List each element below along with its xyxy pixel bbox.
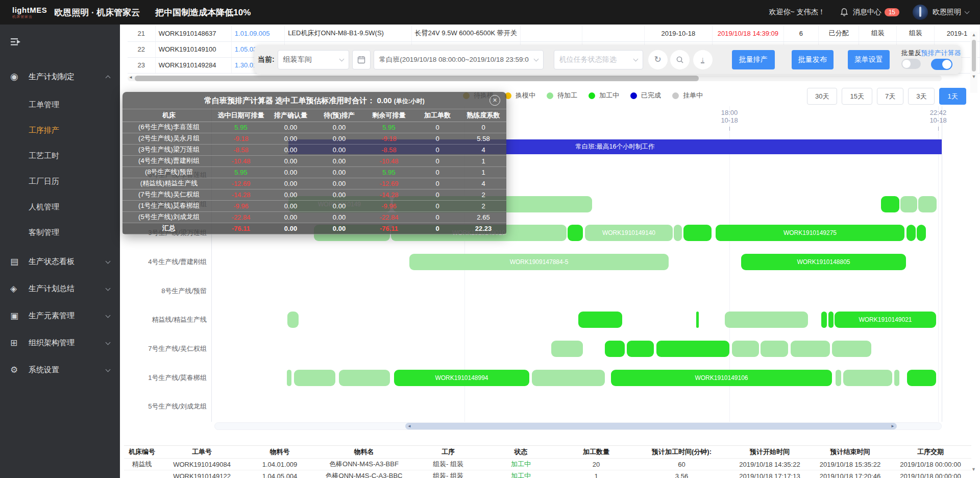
range-button[interactable]: 30天 bbox=[807, 88, 837, 105]
pre-schedule-calculator-toggle[interactable] bbox=[931, 59, 952, 70]
calculator-row[interactable]: (8号生产线)预留5.950.000.005.9501 bbox=[122, 166, 506, 178]
calculator-row[interactable]: 汇总-76.110.000.00-76.11022.23 bbox=[122, 223, 506, 234]
gantt-bar[interactable] bbox=[761, 341, 788, 357]
gantt-bar[interactable] bbox=[821, 312, 827, 328]
gantt-bar[interactable] bbox=[900, 196, 917, 212]
gantt-bar[interactable] bbox=[578, 312, 622, 328]
scroll-up-icon[interactable]: ▲ bbox=[970, 32, 977, 38]
scroll-left-icon[interactable]: ◄ bbox=[129, 75, 133, 80]
table-row[interactable]: WORK19101491221.04.05.004色棒ONN-M4S-C-A3-… bbox=[124, 470, 971, 478]
sidebar-section[interactable]: ▤生产状态看板 bbox=[0, 248, 120, 275]
calculator-row[interactable]: (5号生产线)刘成龙组-22.840.000.00-22.8402.65 bbox=[122, 211, 506, 223]
scroll-down-icon[interactable]: ▼ bbox=[971, 467, 976, 472]
scrollbar-thumb[interactable] bbox=[135, 76, 699, 81]
gantt-bar[interactable] bbox=[287, 370, 291, 386]
scroll-left-icon[interactable]: ◄ bbox=[407, 423, 411, 429]
gantt-bar[interactable]: WORK1910149106 bbox=[611, 370, 832, 386]
batch-publish-button[interactable]: 批量发布 bbox=[792, 50, 834, 69]
workshop-select[interactable]: 组装车间 bbox=[278, 50, 349, 69]
gantt-bar[interactable] bbox=[907, 370, 936, 386]
gantt-bar[interactable] bbox=[287, 312, 299, 328]
table-hscrollbar[interactable]: ◄ bbox=[128, 76, 942, 81]
gantt-bar[interactable]: WORK1910149275 bbox=[716, 225, 904, 241]
search-button[interactable] bbox=[670, 50, 690, 69]
sidebar-item[interactable]: 工厂日历 bbox=[0, 169, 120, 194]
range-button[interactable]: 15天 bbox=[842, 88, 872, 105]
filter-placeholder: 机位任务状态筛选 bbox=[559, 55, 617, 64]
scrollbar-thumb[interactable] bbox=[972, 40, 976, 71]
calculator-row[interactable]: (3号生产线)梁万莲组-8.580.000.00-8.5804 bbox=[122, 144, 506, 155]
calculator-row[interactable]: (6号生产线)李喜莲组5.950.000.005.9500 bbox=[122, 122, 506, 133]
calculator-row[interactable]: (7号生产线)吴仁权组-14.280.000.00-14.2802 bbox=[122, 189, 506, 200]
gantt-bar[interactable] bbox=[627, 341, 654, 357]
company-name[interactable]: 欧恩照明 bbox=[933, 8, 961, 17]
sidebar-collapse-icon[interactable] bbox=[10, 37, 22, 49]
gantt-hscrollbar[interactable]: ◄ ► bbox=[214, 422, 942, 430]
gantt-bar[interactable] bbox=[568, 225, 583, 241]
close-icon[interactable]: × bbox=[489, 95, 500, 106]
sidebar-item[interactable]: 人机管理 bbox=[0, 194, 120, 220]
table-row[interactable]: 21WORK19101486371.01.09.005LED机床灯ONN-M8-… bbox=[128, 26, 980, 41]
batch-reverse-toggle[interactable] bbox=[901, 59, 921, 69]
scroll-right-icon[interactable]: ► bbox=[891, 423, 895, 429]
sidebar-item[interactable]: 工序排产 bbox=[0, 117, 120, 143]
gantt-bar[interactable] bbox=[294, 370, 335, 386]
gantt-bar[interactable] bbox=[532, 370, 605, 386]
gantt-bar[interactable] bbox=[605, 341, 625, 357]
gantt-bar[interactable] bbox=[832, 341, 871, 357]
gantt-bar[interactable]: WORK1910148994 bbox=[394, 370, 529, 386]
scroll-down-icon[interactable]: ▼ bbox=[970, 74, 977, 80]
batch-schedule-button[interactable]: 批量排产 bbox=[732, 50, 775, 69]
calculator-row[interactable]: (4号生产线)曹建刚组-10.480.000.00-10.4801 bbox=[122, 155, 506, 166]
app-logo[interactable]: lightMES 机床管家云 bbox=[12, 6, 47, 18]
gantt-bar[interactable] bbox=[725, 312, 808, 328]
message-center-link[interactable]: 消息中心 bbox=[853, 8, 881, 17]
calculator-row[interactable]: (1号生产线)莫春梆组-9.960.000.00-9.9602 bbox=[122, 200, 506, 211]
calculator-row[interactable]: (2号生产线)吴永月组-9.180.000.00-9.1805.58 bbox=[122, 133, 506, 144]
download-button[interactable]: ↓ bbox=[693, 50, 713, 69]
shift-select[interactable]: 常白班(2019/10/18 08:00:00~2019/10/18 23:59… bbox=[374, 50, 544, 69]
sidebar-section[interactable]: ▣生产元素管理 bbox=[0, 302, 120, 329]
gantt-bar[interactable] bbox=[732, 341, 759, 357]
sidebar-item[interactable]: 工艺工时 bbox=[0, 143, 120, 169]
gantt-bar[interactable] bbox=[551, 341, 583, 357]
task-status-filter-select[interactable]: 机位任务状态筛选 bbox=[554, 50, 643, 69]
page-vscrollbar[interactable]: ▲ ▼ bbox=[970, 32, 977, 93]
gantt-bar[interactable] bbox=[674, 225, 682, 241]
gantt-bar[interactable] bbox=[906, 225, 916, 241]
gantt-bar[interactable] bbox=[339, 370, 390, 386]
sidebar-item[interactable]: 工单管理 bbox=[0, 92, 120, 117]
menu-settings-button[interactable]: 菜单设置 bbox=[848, 50, 890, 69]
avatar[interactable] bbox=[913, 5, 928, 20]
gantt-bar[interactable] bbox=[656, 341, 729, 357]
sidebar-group-production-planning[interactable]: ◉ 生产计划制定 bbox=[0, 65, 120, 88]
range-button[interactable]: 7天 bbox=[877, 88, 903, 105]
calendar-button[interactable] bbox=[352, 50, 371, 69]
gantt-scrollbar-thumb[interactable]: ◄ ► bbox=[405, 423, 897, 429]
gantt-bar[interactable] bbox=[836, 370, 841, 386]
gantt-bar[interactable] bbox=[683, 225, 712, 241]
gantt-bar[interactable] bbox=[917, 225, 926, 241]
gantt-bar[interactable] bbox=[918, 196, 937, 212]
table-row[interactable]: 精益线WORK19101490841.04.01.009色棒ONN-M4S-A3… bbox=[124, 459, 971, 470]
sidebar-item[interactable]: 客制管理 bbox=[0, 220, 120, 245]
range-button[interactable]: 3天 bbox=[908, 88, 935, 105]
sidebar-section[interactable]: ⊞组织架构管理 bbox=[0, 329, 120, 356]
range-button[interactable]: 1天 bbox=[939, 88, 966, 105]
gantt-bar[interactable] bbox=[881, 196, 899, 212]
gantt-bar[interactable]: WORK1910149021 bbox=[835, 312, 936, 328]
bell-icon[interactable] bbox=[840, 8, 849, 17]
sidebar-section[interactable]: ⚙系统设置 bbox=[0, 356, 120, 384]
chevron-down-icon[interactable] bbox=[965, 9, 970, 14]
gantt-bar[interactable]: WORK1910148805 bbox=[741, 254, 906, 270]
gantt-bar[interactable] bbox=[791, 341, 830, 357]
sidebar-section[interactable]: ◈生产计划总结 bbox=[0, 275, 120, 302]
gantt-bar[interactable]: WORK1910149140 bbox=[585, 225, 673, 241]
gantt-bar[interactable]: WORK1909147884-5 bbox=[409, 254, 669, 270]
refresh-button[interactable]: ↻ bbox=[648, 50, 668, 69]
gantt-bar[interactable] bbox=[696, 312, 699, 328]
gantt-bar[interactable] bbox=[894, 370, 899, 386]
gantt-bar[interactable] bbox=[828, 312, 834, 328]
gantt-bar[interactable] bbox=[843, 370, 892, 386]
calculator-row[interactable]: (精益线)精益生产线-12.690.000.00-12.6904 bbox=[122, 178, 506, 189]
